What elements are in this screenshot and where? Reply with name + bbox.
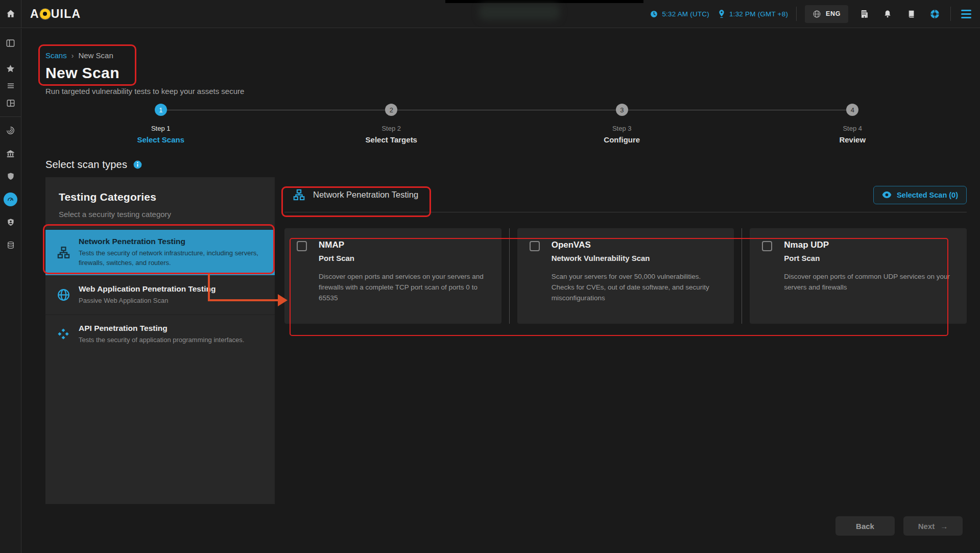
scan-card-openvas[interactable]: OpenVAS Network Vulnerability Scan Scan … [517, 228, 734, 324]
book-icon [907, 9, 916, 19]
sidebar-item-favorites[interactable] [0, 60, 21, 77]
logo-eye-icon [40, 9, 51, 19]
next-button[interactable]: Next → [903, 516, 963, 536]
home-icon [6, 9, 16, 19]
eye-icon [882, 191, 892, 199]
nmap-checkbox[interactable] [297, 241, 307, 251]
active-indicator [4, 193, 17, 206]
scan-card-description: Discover open ports of common UDP servic… [784, 272, 954, 293]
hamburger-icon [961, 10, 971, 11]
next-button-label: Next [918, 522, 935, 531]
topbar-divider [796, 7, 797, 21]
breadcrumb: Scans › New Scan [45, 51, 967, 60]
utc-time-label: 5:32 AM (UTC) [662, 10, 709, 18]
sidebar-item-data[interactable] [0, 236, 21, 254]
testing-categories-panel: Testing Categories Select a security tes… [45, 177, 275, 504]
breadcrumb-separator: › [71, 52, 74, 60]
scan-card-type: Port Scan [319, 254, 489, 262]
star-icon [6, 64, 15, 74]
radar-icon [6, 126, 15, 135]
scan-card-description: Discover open ports and services on your… [319, 272, 489, 304]
breadcrumb-current: New Scan [78, 51, 113, 60]
shield-icon [6, 172, 15, 181]
back-button-label: Back [856, 522, 874, 531]
language-label: ENG [826, 10, 841, 17]
scan-card-name: NMAP [319, 240, 489, 250]
language-selector[interactable]: ENG [805, 5, 848, 23]
api-icon [56, 327, 71, 341]
nmap-udp-checkbox[interactable] [762, 241, 772, 251]
scan-card-description: Scan your servers for over 50,000 vulner… [552, 272, 722, 304]
step-2-label: Step 2 [381, 125, 401, 132]
back-button[interactable]: Back [835, 516, 895, 536]
section-heading: Select scan types [45, 159, 967, 171]
globe-icon [56, 288, 71, 302]
sidebar-item-list[interactable] [0, 77, 21, 94]
testing-categories-title: Testing Categories [59, 191, 261, 203]
category-description: Tests the security of application progra… [79, 335, 244, 345]
scan-card-name: Nmap UDP [784, 240, 954, 250]
breadcrumb-scans-link[interactable]: Scans [45, 51, 67, 60]
notifications-button[interactable] [880, 6, 895, 21]
sidebar [0, 29, 21, 553]
sidebar-separator [0, 116, 21, 117]
sidebar-item-dashboard[interactable] [0, 94, 21, 112]
database-icon [6, 241, 15, 250]
step-1-name: Select Scans [137, 135, 184, 144]
sidebar-item-security[interactable] [0, 167, 21, 185]
menu-button[interactable] [959, 8, 973, 20]
category-description: Tests the security of network infrastruc… [79, 249, 262, 268]
support-button[interactable] [927, 6, 942, 21]
scan-card-nmap-udp[interactable]: Nmap UDP Port Scan Discover open ports o… [750, 228, 967, 324]
category-network-penetration-testing[interactable]: Network Penetration Testing Tests the se… [45, 229, 275, 275]
sidebar-item-scans-active[interactable] [0, 190, 21, 208]
topbar-divider [950, 7, 951, 21]
arrow-right-icon: → [940, 522, 948, 531]
topbar-controls: 5:32 AM (UTC) 1:32 PM (GMT +8) ENG [650, 5, 980, 23]
step-2-select-targets[interactable]: 2 Step 2 Select Targets [276, 104, 507, 144]
bell-icon [883, 9, 892, 19]
network-icon [293, 188, 305, 201]
step-1-select-scans[interactable]: 1 Step 1 Select Scans [45, 104, 276, 144]
category-web-application-penetration-testing[interactable]: Web Application Penetration Testing Pass… [45, 275, 275, 315]
category-api-penetration-testing[interactable]: API Penetration Testing Tests the securi… [45, 315, 275, 354]
bank-icon [6, 149, 15, 158]
topbar: A UILA 5:32 AM (UTC) 1:32 PM (GMT +8) EN… [0, 0, 980, 28]
network-icon [56, 246, 71, 259]
logo-text-suffix: UILA [51, 7, 81, 21]
openvas-checkbox[interactable] [530, 241, 540, 251]
page-subtitle: Run targeted vulnerability tests to keep… [45, 87, 967, 95]
step-2-circle: 2 [385, 104, 397, 116]
selected-scan-button[interactable]: Selected Scan (0) [873, 186, 967, 204]
page-title: New Scan [45, 64, 967, 82]
location-pin-icon [718, 9, 726, 18]
scan-gauge-icon [7, 196, 14, 203]
scan-card-nmap[interactable]: NMAP Port Scan Discover open ports and s… [284, 228, 501, 324]
selected-scan-button-label: Selected Scan (0) [897, 191, 958, 199]
panel-toggle-icon [6, 38, 15, 48]
scan-selection-area: Testing Categories Select a security tes… [45, 177, 967, 504]
scan-panel-header: Network Penetration Testing Selected Sca… [284, 184, 967, 205]
step-4-review[interactable]: 4 Step 4 Review [737, 104, 968, 144]
home-button[interactable] [0, 0, 21, 28]
category-title: API Penetration Testing [79, 324, 244, 333]
step-3-circle: 3 [616, 104, 628, 116]
selected-category-chip: Network Penetration Testing [291, 184, 420, 205]
organization-button[interactable] [856, 6, 872, 21]
docs-button[interactable] [903, 6, 919, 21]
scan-types-panel: Network Penetration Testing Selected Sca… [284, 177, 967, 504]
sidebar-item-accounts[interactable] [0, 213, 21, 231]
sidebar-item-assets[interactable] [0, 145, 21, 162]
step-4-name: Review [839, 135, 866, 144]
category-title: Web Application Penetration Testing [79, 284, 216, 294]
clock-icon [650, 10, 658, 18]
info-icon[interactable] [133, 160, 142, 170]
testing-categories-header: Testing Categories Select a security tes… [45, 177, 275, 229]
sidebar-item-panel-toggle[interactable] [0, 34, 21, 52]
wizard-actions: Back Next → [835, 516, 963, 536]
step-3-configure[interactable]: 3 Step 3 Configure [507, 104, 737, 144]
utc-time: 5:32 AM (UTC) [650, 10, 709, 18]
step-1-circle: 1 [155, 104, 167, 116]
section-heading-text: Select scan types [45, 159, 127, 171]
sidebar-item-discovery[interactable] [0, 122, 21, 139]
